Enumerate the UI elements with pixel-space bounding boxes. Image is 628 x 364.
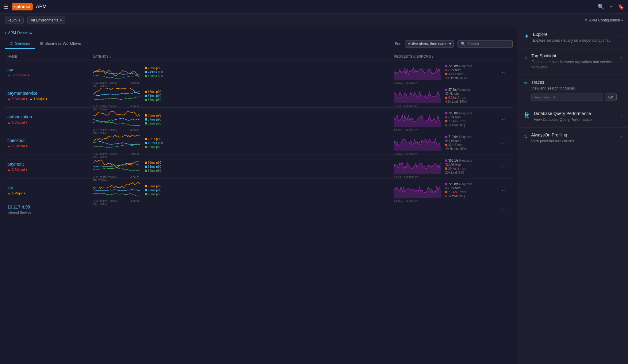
row-menu-col[interactable]: ⋯: [498, 92, 510, 99]
req-total: 647.6k total: [445, 139, 472, 143]
hamburger-icon[interactable]: ☰: [4, 3, 9, 10]
footer-menu-col[interactable]: ⋯: [498, 206, 510, 213]
alert-triangle-icon: ▲: [7, 97, 11, 101]
alert-triangle-icon: ▲: [7, 121, 11, 124]
db_query-title: Database Query Performance: [534, 111, 617, 116]
req-error-pct: 6.5k total (1%): [445, 124, 472, 127]
req-time-labels: 4:21:21 PM TODAY: [394, 176, 443, 179]
p99-label: 2.25s p99: [145, 67, 163, 70]
nav-icons: 🔍 + 🔖: [598, 3, 624, 10]
alwayson-title: AlwaysOn Profiling: [531, 132, 617, 137]
search-input[interactable]: [467, 42, 510, 46]
requests-chart: [394, 110, 441, 127]
req-total: 653.2k total: [445, 68, 472, 72]
alert-badge-critical[interactable]: ▲ 1 Critical ▾: [7, 168, 28, 172]
right-panel-item-db_query[interactable]: 🗄 Database Query Performance View Databa…: [518, 106, 628, 128]
sort-value: Active alerts, then name: [408, 42, 447, 46]
req-total: 33.4k total: [445, 92, 470, 95]
svg-marker-2: [394, 115, 441, 127]
right-panel-item-traces[interactable]: ≡ Traces View and search for traces Go ›: [518, 75, 628, 106]
service-name[interactable]: api: [7, 67, 93, 72]
req-chart-area: 4:21:21 PM TODAY: [394, 86, 443, 105]
bookmark-icon[interactable]: 🔖: [618, 3, 624, 10]
service-name[interactable]: ldp: [7, 185, 93, 190]
right-panel-item-explore[interactable]: ✦ Explore Explore services visually on a…: [518, 27, 628, 48]
req-value: 725.8/s Requests: [445, 182, 472, 186]
plus-icon[interactable]: +: [609, 3, 613, 10]
sort-label: Sort: [395, 42, 401, 46]
time-value: -15m: [8, 18, 17, 22]
table-row[interactable]: paymentservice ▲ 3 Critical ▾ ▲ 1 Major …: [5, 84, 513, 108]
service-name[interactable]: payment: [7, 162, 93, 167]
breadcrumb[interactable]: › APM Overview: [5, 31, 513, 35]
service-name-col: ldp ▲ 1 Major ▾: [7, 185, 93, 195]
row-menu-col[interactable]: ⋯: [498, 69, 510, 75]
right-panel-item-tag_spotlight[interactable]: ⟐ Tag Spotlight Find connections between…: [518, 48, 628, 75]
tag_spotlight-title: Tag Spotlight: [531, 53, 617, 58]
sort-dropdown[interactable]: Active alerts, then name ▾: [405, 40, 454, 48]
latency-labels: 30ms p99 29ms p90 25ms p50: [145, 185, 161, 196]
explore-title: Explore: [533, 32, 617, 37]
search-icon[interactable]: 🔍: [598, 3, 604, 10]
alert-badge-critical[interactable]: ▲ 1 Critical ▾: [7, 121, 28, 125]
row-menu-col[interactable]: ⋯: [498, 140, 510, 146]
row-dots-icon[interactable]: ⋯: [501, 116, 507, 123]
row-dots-icon[interactable]: ⋯: [501, 187, 507, 193]
requests-col: 4:21:21 PM TODAY 37.2/s Requests 33.4k t…: [394, 86, 498, 105]
req-errors: 33/s Errors: [445, 143, 472, 147]
alert-badge-major[interactable]: ▲ 1 Major ▾: [29, 97, 48, 101]
footer-dots-icon[interactable]: ⋯: [501, 206, 507, 213]
table-row[interactable]: authorization ▲ 1 Critical ▾ 4:21:21 PM …: [5, 108, 513, 131]
alert-badge-critical[interactable]: ▲ 3 Critical ▾: [7, 97, 28, 101]
req-error-pct: 4.5k total (14%): [445, 100, 470, 103]
col-name[interactable]: NAME ↑: [7, 55, 93, 58]
trace-go-button[interactable]: Go: [605, 94, 617, 101]
row-dots-icon[interactable]: ⋯: [501, 163, 507, 170]
trace-id-input[interactable]: [531, 94, 603, 101]
table-row[interactable]: payment ▲ 1 Critical ▾ 4:21:21 PM TODAY …: [5, 155, 513, 178]
env-selector[interactable]: All Environments ▾: [27, 17, 65, 24]
alert-badge-critical[interactable]: ▲ 1 Critical ▾: [7, 144, 28, 148]
row-dots-icon[interactable]: ⋯: [501, 69, 507, 75]
tag_spotlight-icon: ⟐: [524, 54, 528, 61]
alert-badge-critical[interactable]: ▲ 37 Critical ▾: [7, 73, 29, 77]
row-menu-col[interactable]: ⋯: [498, 116, 510, 123]
breadcrumb-label: APM Overview: [8, 31, 32, 35]
service-name[interactable]: authorization: [7, 114, 93, 119]
table-row[interactable]: api ▲ 37 Critical ▾ 4:21:21 PM TODAY 4:3…: [5, 60, 513, 84]
req-errors: 5.08/s Errors: [445, 96, 470, 99]
apm-config-button[interactable]: ⚙ APM Configuration ▾: [584, 18, 623, 22]
latency-chart: [93, 157, 141, 174]
p90-label: 249ms p90: [145, 71, 163, 74]
traces-desc: View and search for traces: [531, 86, 617, 91]
col-latency[interactable]: LATENCY ↕: [93, 55, 394, 58]
left-panel: › APM Overview ◎ Services ⊞ Business Wor…: [0, 27, 518, 364]
latency-chart-area: 4:21:21 PM TODAY 4:36:31 PM TODAY: [93, 157, 142, 176]
service-rows-container: api ▲ 37 Critical ▾ 4:21:21 PM TODAY 4:3…: [5, 60, 513, 202]
col-requests[interactable]: REQUESTS & ERRORS ↕: [394, 55, 498, 58]
splunk-logo: splunk>: [12, 3, 33, 10]
p99-label: 62ms p99: [145, 161, 161, 164]
row-menu-col[interactable]: ⋯: [498, 187, 510, 193]
p90-label: 61ms p90: [145, 165, 161, 168]
req-value: 356.1/s Requests: [445, 159, 472, 162]
tab-workflows[interactable]: ⊞ Business Workflows: [35, 39, 86, 49]
req-value: 725.8/s Requests: [445, 64, 472, 68]
service-name[interactable]: paymentservice: [7, 91, 93, 96]
requests-col: 4:21:21 PM TODAY 719.6/s Requests 647.6k…: [394, 134, 498, 152]
right-panel-item-alwayson[interactable]: ≈ AlwaysOn Profiling View potential root…: [518, 128, 628, 149]
row-dots-icon[interactable]: ⋯: [501, 140, 507, 146]
service-name[interactable]: checkout: [7, 138, 93, 143]
alert-triangle-icon: ▲: [7, 144, 11, 148]
latency-chart-area: 4:21:21 PM TODAY 4:36:31 PM TODAY: [93, 86, 142, 105]
alert-badge-major[interactable]: ▲ 1 Major ▾: [7, 191, 26, 195]
row-menu-col[interactable]: ⋯: [498, 163, 510, 170]
alert-badges: ▲ 1 Critical ▾: [7, 168, 93, 172]
time-selector[interactable]: -15m ▾: [5, 17, 24, 24]
tab-services[interactable]: ◎ Services: [5, 39, 35, 49]
p50-label: 86ms p50: [145, 145, 163, 149]
table-row[interactable]: checkout ▲ 1 Critical ▾ 4:21:21 PM TODAY…: [5, 131, 513, 155]
sub-nav-right: ⚙ APM Configuration ▾: [584, 18, 623, 22]
row-dots-icon[interactable]: ⋯: [501, 92, 507, 99]
table-row[interactable]: ldp ▲ 1 Major ▾ 4:21:21 PM TODAY 4:36:31…: [5, 178, 513, 202]
